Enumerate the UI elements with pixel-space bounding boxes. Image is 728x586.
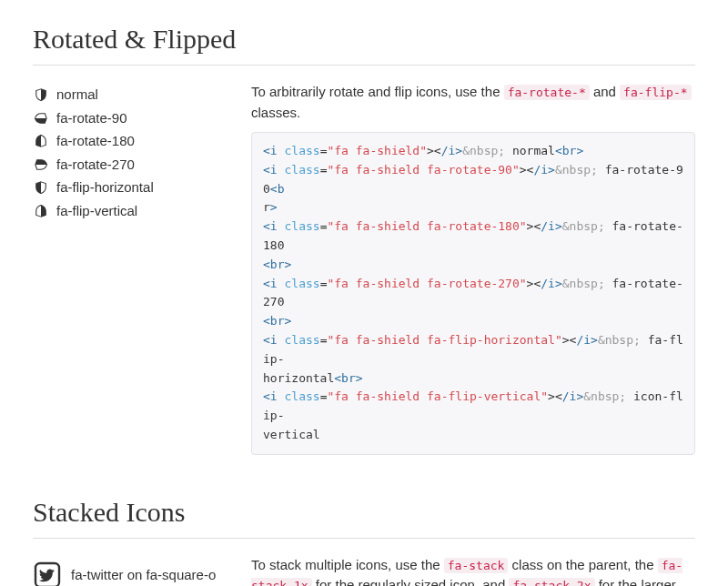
code-fa-stack: fa-stack [444,558,509,573]
stack-twitter-square-o-icon [33,561,62,586]
section-rotated-flipped: Rotated & Flipped normal fa-rotate-90 fa… [33,18,695,455]
shield-icon [33,88,49,101]
demo-label: fa-flip-horizontal [56,177,154,198]
codeblock-rotated: <i class="fa fa-shield"></i>&nbsp; norma… [251,132,695,455]
stacked-demo-list: fa-twitter on fa-square-o fa-flag on fa-… [33,555,251,586]
shield-icon [33,158,49,171]
rotated-demo-list: normal fa-rotate-90 fa-rotate-180 fa-rot… [33,82,251,455]
heading-stacked-icons: Stacked Icons [33,491,695,539]
code-fa-stack-2x: fa-stack-2x [509,578,594,586]
shield-icon [33,181,49,194]
rotated-intro: To arbitrarily rotate and flip icons, us… [251,82,695,123]
demo-twitter-on-square-o: fa-twitter on fa-square-o [33,561,240,586]
shield-icon [33,135,49,147]
demo-flip-horizontal: fa-flip-horizontal [33,177,240,198]
demo-flip-vertical: fa-flip-vertical [33,201,240,222]
code-fa-rotate: fa-rotate-* [504,85,590,100]
demo-rotate-180: fa-rotate-180 [33,131,240,152]
demo-rotate-90: fa-rotate-90 [33,108,240,129]
demo-normal: normal [33,85,240,106]
code-fa-flip: fa-flip-* [620,85,691,100]
shield-icon [33,112,49,125]
demo-label: fa-rotate-270 [56,155,135,176]
demo-label: fa-rotate-180 [56,131,135,152]
stacked-intro: To stack multiple icons, use the fa-stac… [251,555,695,586]
demo-label: fa-rotate-90 [56,108,127,129]
heading-rotated-flipped: Rotated & Flipped [33,18,695,66]
shield-icon [33,205,49,217]
demo-label: fa-flip-vertical [56,201,137,222]
demo-label: normal [56,85,98,106]
demo-label: fa-twitter on fa-square-o [71,565,216,586]
section-stacked-icons: Stacked Icons fa-twitter on fa-square-o … [33,491,695,586]
demo-rotate-270: fa-rotate-270 [33,155,240,176]
